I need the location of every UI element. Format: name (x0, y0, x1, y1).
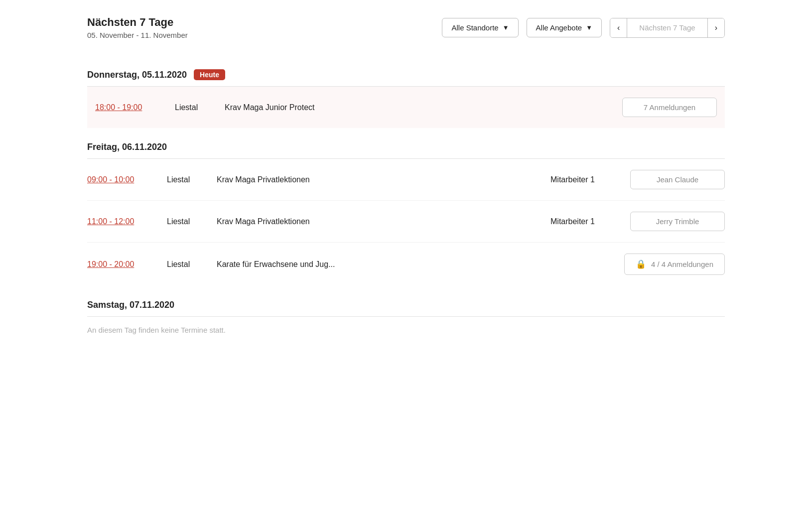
event-registration-badge: 🔒4 / 4 Anmeldungen (624, 254, 725, 275)
table-row: 19:00 - 20:00LiestalKarate für Erwachsen… (87, 243, 725, 286)
event-time-link[interactable]: 09:00 - 10:00 (87, 175, 167, 184)
main-container: Nächsten 7 Tage 05. November - 11. Novem… (67, 0, 745, 358)
events-list-friday: 09:00 - 10:00LiestalKrav Maga Privatlekt… (87, 159, 725, 286)
nav-group: ‹ Nächsten 7 Tage › (610, 18, 725, 38)
event-name: Krav Maga Privatlektionen (217, 175, 550, 184)
standorte-filter-button[interactable]: Alle Standorte ▼ (442, 18, 518, 37)
standorte-chevron-down-icon: ▼ (503, 24, 509, 31)
event-registration-badge: 7 Anmeldungen (622, 98, 717, 117)
event-trainer: Mitarbeiter 1 (550, 175, 630, 184)
day-section-saturday: Samstag, 07.11.2020An diesem Tag finden … (87, 290, 725, 338)
day-header-friday: Freitag, 06.11.2020 (87, 132, 725, 158)
standorte-filter-label: Alle Standorte (451, 23, 498, 32)
page-title: Nächsten 7 Tage (87, 16, 188, 29)
angebote-chevron-down-icon: ▼ (586, 24, 592, 31)
event-name: Krav Maga Junior Protect (225, 103, 622, 112)
event-location: Liestal (167, 260, 217, 269)
table-row: 09:00 - 10:00LiestalKrav Maga Privatlekt… (87, 159, 725, 201)
day-title-thursday: Donnerstag, 05.11.2020 (87, 70, 187, 80)
event-name: Krav Maga Privatlektionen (217, 217, 550, 226)
event-time-link[interactable]: 19:00 - 20:00 (87, 260, 167, 269)
table-row: 18:00 - 19:00LiestalKrav Maga Junior Pro… (87, 87, 725, 128)
day-title-friday: Freitag, 06.11.2020 (87, 142, 167, 152)
header-left: Nächsten 7 Tage 05. November - 11. Novem… (87, 16, 188, 39)
day-title-saturday: Samstag, 07.11.2020 (87, 300, 174, 310)
lock-icon: 🔒 (636, 259, 646, 269)
no-events-saturday: An diesem Tag finden keine Termine statt… (87, 317, 725, 338)
event-location: Liestal (175, 103, 225, 112)
event-trainer: Mitarbeiter 1 (550, 217, 630, 226)
events-list-thursday: 18:00 - 19:00LiestalKrav Maga Junior Pro… (87, 87, 725, 128)
event-location: Liestal (167, 175, 217, 184)
header: Nächsten 7 Tage 05. November - 11. Novem… (87, 16, 725, 39)
event-location: Liestal (167, 217, 217, 226)
day-header-saturday: Samstag, 07.11.2020 (87, 290, 725, 316)
event-time-link[interactable]: 18:00 - 19:00 (95, 103, 175, 112)
nav-period-label: Nächsten 7 Tage (627, 18, 707, 37)
days-list: Donnerstag, 05.11.2020Heute18:00 - 19:00… (87, 59, 725, 338)
chevron-left-icon: ‹ (617, 23, 620, 32)
day-section-thursday: Donnerstag, 05.11.2020Heute18:00 - 19:00… (87, 59, 725, 128)
day-header-thursday: Donnerstag, 05.11.2020Heute (87, 59, 725, 86)
event-registration-badge: Jean Claude (630, 170, 725, 189)
nav-prev-button[interactable]: ‹ (610, 18, 627, 37)
date-range: 05. November - 11. November (87, 31, 188, 39)
event-registration-badge: Jerry Trimble (630, 212, 725, 231)
nav-next-button[interactable]: › (707, 18, 724, 37)
table-row: 11:00 - 12:00LiestalKrav Maga Privatlekt… (87, 201, 725, 243)
badge-text: 4 / 4 Anmeldungen (651, 260, 713, 268)
chevron-right-icon: › (715, 23, 717, 32)
angebote-filter-button[interactable]: Alle Angebote ▼ (527, 18, 602, 37)
event-time-link[interactable]: 11:00 - 12:00 (87, 217, 167, 226)
angebote-filter-label: Alle Angebote (536, 23, 582, 32)
event-name: Karate für Erwachsene und Jug... (217, 260, 624, 269)
day-section-friday: Freitag, 06.11.202009:00 - 10:00LiestalK… (87, 132, 725, 286)
heute-badge-thursday: Heute (194, 69, 225, 80)
